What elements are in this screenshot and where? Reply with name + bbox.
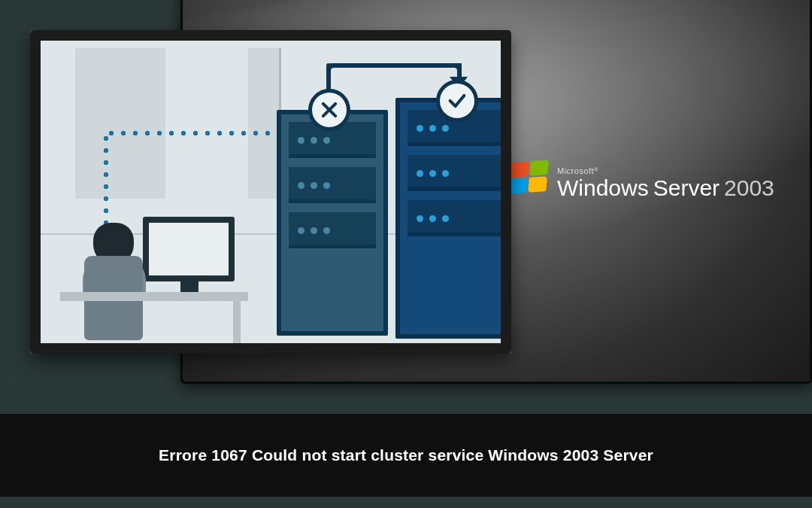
brand-product: WindowsServer2003 <box>557 177 774 199</box>
failover-illustration <box>30 30 511 354</box>
wall-panel <box>75 48 165 199</box>
check-icon <box>447 90 468 111</box>
brand-company: Microsoft® <box>557 167 774 175</box>
brand-trademark: ® <box>594 167 598 172</box>
windows-server-brand: Microsoft® WindowsServer2003 <box>509 160 780 199</box>
check-badge-icon <box>436 80 478 122</box>
windows-flag-icon <box>509 160 550 196</box>
brand-windows: Windows <box>557 175 649 200</box>
workstation-monitor <box>143 217 235 281</box>
desk <box>60 292 248 301</box>
x-badge-icon <box>308 89 350 131</box>
connection-dots-horizontal <box>105 130 277 136</box>
brand-server: Server <box>653 175 720 200</box>
server-failed <box>277 110 388 336</box>
article-title: Errore 1067 Could not start cluster serv… <box>159 446 653 464</box>
x-icon <box>319 99 340 120</box>
failover-arrow <box>329 63 462 68</box>
brand-year: 2003 <box>724 175 774 200</box>
brand-company-text: Microsoft <box>557 166 594 175</box>
divider-gap <box>0 403 812 414</box>
server-ok <box>395 98 511 339</box>
chair <box>77 256 149 346</box>
hero-section: Microsoft® WindowsServer2003 <box>0 0 812 403</box>
caption-bar: Errore 1067 Could not start cluster serv… <box>0 414 812 497</box>
connection-dots-vertical <box>103 132 109 238</box>
